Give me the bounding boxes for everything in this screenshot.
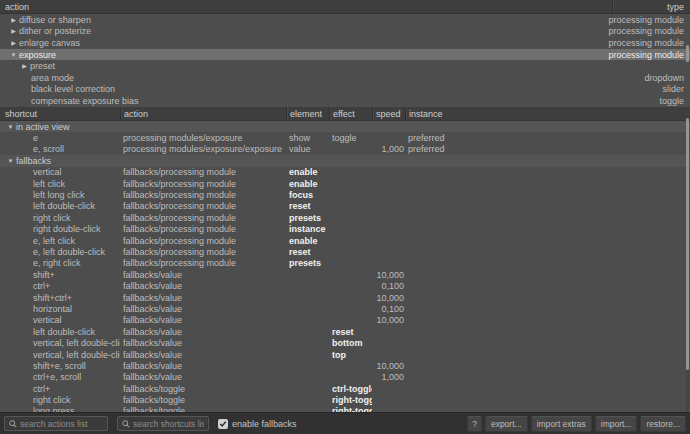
shortcut-row[interactable]: e, left double-clickfallbacks/processing… (0, 246, 690, 257)
shortcut-row[interactable]: eprocessing modules/exposureshowtogglepr… (0, 132, 690, 143)
shortcut-row[interactable]: shift+e, scrollfallbacks/value10,000 (0, 360, 690, 371)
shortcut-cell: shift+e, scroll (0, 361, 120, 371)
chevron-down-icon[interactable]: ▼ (7, 158, 14, 164)
shortcut-cell: e (0, 133, 120, 143)
shortcut-row[interactable]: shift+fallbacks/value10,000 (0, 269, 690, 280)
help-button[interactable]: ? (467, 416, 482, 432)
shortcut-row[interactable]: ctrl+fallbacks/value0,100 (0, 280, 690, 291)
shortcut-row[interactable]: e, scrollprocessing modules/exposure/exp… (0, 144, 690, 155)
action-tree-row[interactable]: ▶preset (0, 60, 690, 72)
shortcut-cell: e, left click (0, 236, 120, 246)
shortcut-cell: left click (0, 179, 120, 189)
import-button[interactable]: import... (595, 416, 638, 432)
shortcut-row[interactable]: vertical, left double-click, downfallbac… (0, 337, 690, 348)
shortcut-row[interactable]: ctrl+e, scrollfallbacks/value1,000 (0, 372, 690, 383)
action-label: preset (30, 61, 55, 71)
action-cell: processing modules/exposure (120, 133, 286, 143)
element-cell: value (286, 144, 329, 154)
speed-cell: 1,000 (372, 372, 405, 382)
action-label: area mode (31, 73, 74, 83)
shortcut-cell: left double-click (0, 201, 120, 211)
shortcut-row[interactable]: left double-clickfallbacks/processing mo… (0, 201, 690, 212)
search-actions-box[interactable] (4, 416, 108, 431)
element-cell: focus (286, 190, 329, 200)
chevron-right-icon[interactable]: ▶ (21, 63, 28, 69)
shortcut-row[interactable]: ctrl+fallbacks/togglectrl-toggle (0, 383, 690, 394)
action-tree-row[interactable]: ▼exposureprocessing module (0, 49, 690, 61)
shortcut-row[interactable]: e, left clickfallbacks/processing module… (0, 235, 690, 246)
actions-tree-rows: ▶diffuse or sharpenprocessing module▶dit… (0, 14, 690, 107)
action-cell: fallbacks/processing module (120, 167, 286, 177)
shortcut-group-row[interactable]: ▼in active view (0, 121, 690, 132)
speed-cell: 0,100 (372, 304, 405, 314)
export-button[interactable]: export... (485, 416, 528, 432)
action-cell: fallbacks/processing module (120, 201, 286, 211)
shortcut-cell: right double-click (0, 224, 120, 234)
search-shortcuts-box[interactable] (117, 416, 209, 431)
import-extras-button[interactable]: import extras (531, 416, 592, 432)
action-cell: fallbacks/processing module (120, 190, 286, 200)
speed-cell: 10,000 (372, 270, 405, 280)
enable-fallbacks-checkbox[interactable] (218, 419, 228, 429)
element-cell: show (286, 133, 329, 143)
action-type: processing module (608, 15, 690, 25)
shortcut-row[interactable]: e, right clickfallbacks/processing modul… (0, 258, 690, 269)
element-cell: instance (286, 224, 329, 234)
action-tree-row[interactable]: ▶diffuse or sharpenprocessing module (0, 14, 690, 26)
actions-scrollbar-thumb[interactable] (686, 45, 689, 62)
shortcuts-header-shortcut: shortcut (0, 107, 120, 120)
shortcuts-table-rows: ▼in active vieweprocessing modules/expos… (0, 121, 690, 412)
element-cell: enable (286, 167, 329, 177)
shortcut-cell: e, left double-click (0, 247, 120, 257)
actions-header-type: type (612, 0, 690, 13)
shortcut-row[interactable]: right clickfallbacks/processing modulepr… (0, 212, 690, 223)
shortcut-cell: shift+ctrl+ (0, 293, 120, 303)
chevron-down-icon[interactable]: ▼ (7, 124, 14, 130)
shortcut-row[interactable]: left double-clickfallbacks/valuereset (0, 326, 690, 337)
element-cell: reset (286, 201, 329, 211)
action-tree-row[interactable]: black level correctionslider (0, 84, 690, 96)
element-cell: presets (286, 213, 329, 223)
action-label: diffuse or sharpen (19, 15, 91, 25)
shortcut-row[interactable]: left long clickfallbacks/processing modu… (0, 189, 690, 200)
shortcut-cell: right click (0, 395, 120, 405)
chevron-right-icon[interactable]: ▶ (10, 28, 17, 34)
shortcuts-scrollbar-thumb[interactable] (686, 118, 689, 370)
chevron-right-icon[interactable]: ▶ (10, 17, 17, 23)
chevron-right-icon[interactable]: ▶ (10, 40, 17, 46)
action-cell: processing modules/exposure/exposure (120, 144, 286, 154)
action-cell: fallbacks/value (120, 327, 286, 337)
search-actions-input[interactable] (20, 419, 103, 429)
instance-cell: preferred (405, 144, 690, 154)
action-tree-row[interactable]: compensate exposure biastoggle (0, 95, 690, 107)
shortcut-row[interactable]: verticalfallbacks/processing moduleenabl… (0, 167, 690, 178)
enable-fallbacks-control[interactable]: enable fallbacks (218, 419, 297, 429)
action-cell: fallbacks/value (120, 315, 286, 325)
effect-cell: reset (329, 327, 372, 337)
action-cell: fallbacks/value (120, 361, 286, 371)
shortcut-row[interactable]: horizontalfallbacks/value0,100 (0, 303, 690, 314)
element-cell: enable (286, 179, 329, 189)
shortcut-row[interactable]: left clickfallbacks/processing moduleena… (0, 178, 690, 189)
shortcut-cell: left long click (0, 190, 120, 200)
restore-button[interactable]: restore... (640, 416, 686, 432)
action-type: processing module (608, 26, 690, 36)
shortcut-row[interactable]: verticalfallbacks/value10,000 (0, 315, 690, 326)
actions-header-row: action type (0, 0, 690, 14)
shortcut-cell: e, scroll (0, 144, 120, 154)
shortcut-row[interactable]: right clickfallbacks/toggleright-toggle (0, 394, 690, 405)
shortcut-cell: horizontal (0, 304, 120, 314)
chevron-down-icon[interactable]: ▼ (10, 52, 17, 58)
shortcut-group-row[interactable]: ▼fallbacks (0, 155, 690, 166)
search-shortcuts-input[interactable] (133, 419, 204, 429)
action-tree-row[interactable]: ▶dither or posterizeprocessing module (0, 26, 690, 38)
action-tree-row[interactable]: ▶enlarge canvasprocessing module (0, 37, 690, 49)
group-label: in active view (16, 122, 70, 132)
action-cell: fallbacks/processing module (120, 224, 286, 234)
action-cell: fallbacks/value (120, 372, 286, 382)
shortcut-row[interactable]: shift+ctrl+fallbacks/value10,000 (0, 292, 690, 303)
shortcuts-header-action: action (120, 107, 286, 120)
action-tree-row[interactable]: area modedropdown (0, 72, 690, 84)
shortcut-row[interactable]: vertical, left double-click, upfallbacks… (0, 349, 690, 360)
shortcut-row[interactable]: right double-clickfallbacks/processing m… (0, 224, 690, 235)
